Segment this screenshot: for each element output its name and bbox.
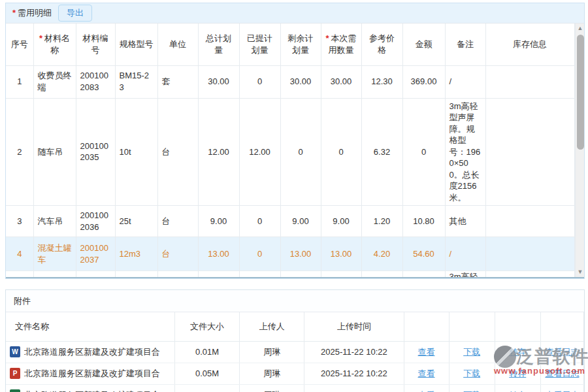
attachment-action-cell: 查看 [404,363,449,384]
detail-cell: 0 [402,98,445,206]
detail-cell: 2001002036 [76,206,115,237]
detail-cell: 0 [239,206,280,237]
detail-row-1[interactable]: 1收费员终端2001002083BM15-23套30.00030.0030.00… [6,65,574,98]
attach-column-header-5 [449,312,495,341]
required-mark: * [39,33,42,43]
detail-cell: 其他 [445,206,485,237]
detail-cell: 13.00 [321,237,361,271]
detail-cell: 随车吊 [33,98,76,206]
detail-cell: 3 [6,206,33,237]
detail-cell: 6.32 [361,98,402,206]
attachment-uploader: 周琳 [240,384,304,392]
detail-row-2[interactable]: 2随车吊200100203510t台12.0012.00006.3203m高轻型… [6,98,574,206]
detail-cell [33,271,76,278]
download-link[interactable]: 下载 [463,347,480,357]
detail-cell [239,271,280,278]
detail-cell: 3m高轻型声屏障。规格型号：1960×500。总长度2156米。 [445,98,485,206]
attach-column-header-2: 上传人 [240,312,304,341]
column-header-9: 参考价格 [361,24,402,65]
ppt-file-icon: P [10,368,20,379]
column-header-0: 序号 [6,24,33,65]
detail-cell: BM15-23 [115,65,157,98]
attachment-file-cell: P北京路道服务区新建及改扩建项目合 [6,363,174,384]
detail-cell: 0 [239,237,280,271]
detail-cell: 1 [6,65,33,98]
detail-cell: 1.20 [361,206,402,237]
detail-cell: 10t [115,98,157,206]
detail-cell: 13.00 [280,237,321,271]
column-header-1: *材料名称 [33,24,76,65]
detail-cell [361,271,402,278]
column-header-11: 备注 [445,24,485,65]
required-mark: * [325,33,329,43]
word-file-icon: W [10,346,20,357]
attachment-upload-time: 2025-11-22 10:22 [304,384,404,392]
attachment-action-cell: 查看日志 [540,363,583,384]
attachment-action-cell: 转存 [495,384,540,392]
attachment-upload-time: 2025-11-22 10:22 [304,363,404,384]
scroll-down-icon[interactable]: ▼ [576,267,585,277]
detail-cell: 台 [157,98,198,206]
view-link[interactable]: 查看 [418,347,435,357]
attachment-action-cell: 查看日志 [540,384,583,392]
attachment-file-cell: X北京路道服务区新建及改扩建项目合 [6,384,174,392]
attachment-file-name: 北京路道服务区新建及改扩建项目合 [24,346,160,358]
vertical-scrollbar[interactable]: ▲ ▼ [575,24,585,277]
view-log-link[interactable]: 查看日志 [545,368,579,378]
column-header-5: 总计划量 [198,24,239,65]
attachment-action-cell: 查看 [404,384,449,392]
detail-cell [198,271,239,278]
detail-cell: 收费员终端 [33,65,76,98]
column-header-3: 规格型号 [115,24,157,65]
attachment-file-name: 北京路道服务区新建及改扩建项目合 [24,368,160,380]
detail-cell: 12.30 [361,65,402,98]
detail-row-partial: 3m高轻型声屏 [6,271,574,278]
view-link[interactable]: 查看 [418,368,435,378]
detail-cell: 0 [239,65,280,98]
column-header-2: 材料编号 [76,24,115,65]
attachment-uploader: 周琳 [240,341,304,363]
download-link[interactable]: 下载 [463,368,480,378]
attachment-uploader: 周琳 [240,363,304,384]
detail-cell [76,271,115,278]
detail-cell: 12m3 [115,237,157,271]
attachment-action-cell: 查看日志 [540,341,583,363]
detail-cell: 汽车吊 [33,206,76,237]
detail-cell: 2001002037 [76,237,115,271]
export-button[interactable]: 导出 [58,5,92,22]
transfer-link[interactable]: 转存 [509,347,526,357]
detail-cell [6,271,33,278]
detail-cell [402,271,445,278]
detail-table: 序号*材料名称材料编号规格型号单位总计划量已提计划量剩余计划量*本次需用数量参考… [6,24,575,277]
attachments-title: 附件 [6,290,584,312]
detail-row-3[interactable]: 3汽车吊200100203625t台9.0009.009.001.2010.80… [6,206,574,237]
attach-column-header-4 [404,312,449,341]
detail-cell: 2001002083 [76,65,115,98]
view-log-link[interactable]: 查看日志 [545,347,579,357]
detail-row-4[interactable]: 4混凝土罐车200100203712m3台13.00013.0013.004.2… [6,237,574,271]
detail-cell: 台 [157,237,198,271]
scroll-up-icon[interactable]: ▲ [576,24,585,33]
transfer-link[interactable]: 转存 [509,368,526,378]
attachment-file-cell: W北京路道服务区新建及改扩建项目合 [6,341,174,363]
attachment-file-size: 0.01M [174,341,239,363]
attachment-action-cell: 转存 [495,363,540,384]
panel-title: *需用明细 [12,7,52,19]
detail-cell: 2 [6,98,33,206]
detail-cell [485,237,574,271]
attach-column-header-0: 文件名称 [6,312,174,341]
scrollbar-thumb[interactable] [577,35,584,150]
detail-cell: 9.00 [198,206,239,237]
detail-cell: 混凝土罐车 [33,237,76,271]
attachments-table: 文件名称文件大小上传人上传时间 W北京路道服务区新建及改扩建项目合0.01M周琳… [6,312,584,392]
detail-cell [115,271,157,278]
detail-cell: 9.00 [280,206,321,237]
attachments-header-row: 文件名称文件大小上传人上传时间 [6,312,584,341]
detail-table-wrap: 序号*材料名称材料编号规格型号单位总计划量已提计划量剩余计划量*本次需用数量参考… [6,23,584,278]
detail-cell: 0 [321,98,361,206]
detail-cell [157,271,198,278]
excel-file-icon: X [10,389,20,392]
detail-cell: 10.80 [402,206,445,237]
column-header-6: 已提计划量 [239,24,280,65]
detail-cell: 9.00 [321,206,361,237]
